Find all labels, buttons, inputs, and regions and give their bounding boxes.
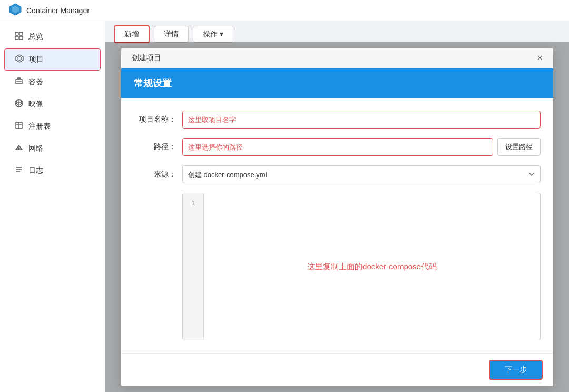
svg-rect-5 xyxy=(19,36,23,40)
svg-marker-7 xyxy=(17,56,22,61)
name-label: 项目名称： xyxy=(134,115,176,124)
modal-title-bar: 创建项目 × xyxy=(121,48,553,68)
content-area: 新增 详情 操作 ▾ 创建项目 × 常规设置 项目名称 xyxy=(105,21,569,392)
code-editor[interactable]: 1 这里复制上面的docker-compose代码 xyxy=(182,193,541,340)
next-button[interactable]: 下一步 xyxy=(489,360,543,380)
form-row-name: 项目名称： xyxy=(134,111,541,129)
form-row-path: 路径： 设置路径 xyxy=(134,138,541,156)
path-input[interactable] xyxy=(182,138,493,156)
image-icon xyxy=(15,99,23,110)
project-icon xyxy=(15,54,24,65)
modal: 创建项目 × 常规设置 项目名称： 路径： xyxy=(121,48,553,386)
sidebar-item-registry[interactable]: 注册表 xyxy=(4,116,101,137)
network-icon xyxy=(15,143,23,154)
new-button[interactable]: 新增 xyxy=(114,25,150,43)
container-icon xyxy=(15,77,23,87)
modal-header: 常规设置 xyxy=(121,68,553,98)
line-numbers: 1 xyxy=(183,193,204,340)
sidebar-item-project[interactable]: 项目 xyxy=(4,48,101,71)
set-path-button[interactable]: 设置路径 xyxy=(497,138,541,156)
svg-rect-3 xyxy=(19,32,23,35)
sidebar-item-image[interactable]: 映像 xyxy=(4,94,101,115)
main-layout: 总览 项目 容器 xyxy=(0,21,569,392)
svg-marker-6 xyxy=(16,55,23,62)
operation-button[interactable]: 操作 ▾ xyxy=(193,26,233,43)
code-content[interactable]: 这里复制上面的docker-compose代码 xyxy=(204,193,540,340)
detail-button[interactable]: 详情 xyxy=(154,26,189,43)
sidebar-item-project-label: 项目 xyxy=(29,55,44,64)
line-number-1: 1 xyxy=(183,198,203,209)
modal-body: 项目名称： 路径： 设置路径 来源： 创建 docker xyxy=(121,98,553,353)
app-icon xyxy=(8,3,26,18)
sidebar-item-container[interactable]: 容器 xyxy=(4,72,101,93)
path-input-group: 设置路径 xyxy=(182,138,541,156)
overview-icon xyxy=(15,32,23,42)
log-icon xyxy=(15,165,23,176)
sidebar-item-log[interactable]: 日志 xyxy=(4,160,101,181)
code-placeholder: 这里复制上面的docker-compose代码 xyxy=(307,262,437,272)
modal-title: 创建项目 xyxy=(132,53,161,63)
source-label: 来源： xyxy=(134,170,176,179)
registry-icon xyxy=(15,121,23,132)
sidebar-item-image-label: 映像 xyxy=(28,100,43,109)
sidebar-item-log-label: 日志 xyxy=(28,166,43,175)
next-button-container: 下一步 xyxy=(489,360,543,380)
sidebar-item-network-label: 网络 xyxy=(28,144,43,153)
app-title: Container Manager xyxy=(26,6,90,15)
sidebar-item-network[interactable]: 网络 xyxy=(4,138,101,159)
form-row-source: 来源： 创建 docker-compose.yml从文件导入从Git仓库 xyxy=(134,165,541,183)
modal-close-button[interactable]: × xyxy=(537,53,543,63)
modal-overlay: 创建项目 × 常规设置 项目名称： 路径： xyxy=(105,42,569,392)
name-input[interactable] xyxy=(182,111,541,129)
sidebar-item-overview-label: 总览 xyxy=(28,32,43,42)
path-label: 路径： xyxy=(134,142,176,152)
sidebar: 总览 项目 容器 xyxy=(0,21,105,392)
svg-rect-2 xyxy=(15,32,18,35)
modal-header-title: 常规设置 xyxy=(134,78,172,89)
sidebar-item-registry-label: 注册表 xyxy=(28,122,51,131)
source-select[interactable]: 创建 docker-compose.yml从文件导入从Git仓库 xyxy=(182,165,541,183)
sidebar-item-overview[interactable]: 总览 xyxy=(4,26,101,47)
title-bar: Container Manager xyxy=(0,0,569,21)
modal-footer: 下一步 xyxy=(121,353,553,386)
sidebar-item-container-label: 容器 xyxy=(28,77,43,87)
svg-rect-4 xyxy=(15,36,18,40)
